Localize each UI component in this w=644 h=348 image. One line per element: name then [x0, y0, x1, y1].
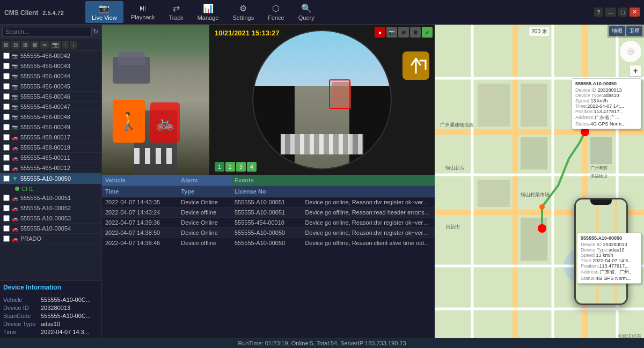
- sidebar-device-item[interactable]: 📷555555-456-00045: [0, 82, 101, 92]
- table-row[interactable]: 2022-04-07 14:39:36Device Online555555-4…: [102, 218, 435, 228]
- nav-playback[interactable]: ⏯ Playback: [125, 1, 162, 23]
- device-checkbox[interactable]: [3, 53, 10, 59]
- device-checkbox[interactable]: [3, 124, 10, 130]
- sidebar-device-item[interactable]: 🚗PRADO: [0, 234, 101, 244]
- video-page-1[interactable]: 1: [215, 162, 224, 172]
- nav-settings[interactable]: ⚙ Settings: [226, 1, 260, 23]
- device-name-label: 555555-456-00046: [20, 93, 70, 100]
- device-checkbox[interactable]: [3, 63, 10, 69]
- split-btn[interactable]: ⇔: [40, 41, 49, 49]
- event-desc: Device go offline, Reason:read header er…: [302, 208, 435, 218]
- sidebar-device-item[interactable]: 🚗555555-458-00017: [0, 132, 101, 143]
- table-row[interactable]: 2022-04-07 14:38:50Device Online555555-A…: [102, 228, 435, 238]
- device-checkbox[interactable]: [3, 165, 10, 171]
- nav-manage[interactable]: 📊 Manage: [191, 1, 225, 23]
- sidebar-device-item[interactable]: 📷555555-456-00042: [0, 51, 101, 61]
- sidebar-device-item[interactable]: 🚗555555-465-00011: [0, 153, 101, 163]
- close-button[interactable]: ✕: [630, 8, 640, 17]
- table-row[interactable]: 2022-04-07 14:38:46Device offline555555-…: [102, 238, 435, 248]
- sidebar-device-item[interactable]: 📷555555-456-00048: [0, 112, 101, 122]
- sidebar-device-item[interactable]: 📷555555-456-00047: [0, 102, 101, 112]
- satellite-view-btn[interactable]: 卫星: [626, 26, 642, 36]
- table-row[interactable]: 2022-04-07 14:43:35Device Online555555-A…: [102, 197, 435, 208]
- close-video-button[interactable]: ✓: [422, 27, 433, 38]
- sidebar-device-item[interactable]: 📷555555-456-00046: [0, 92, 101, 102]
- device-checkbox[interactable]: [3, 83, 10, 90]
- settings-ov-button[interactable]: ⚙: [410, 27, 421, 38]
- device-checkbox[interactable]: [3, 73, 10, 79]
- track-icon: ⇄: [173, 3, 180, 13]
- device-checkbox[interactable]: [3, 215, 10, 221]
- fisheye-camera-view: ● 📷 ⊞ ⚙ ✓: [209, 25, 435, 175]
- sidebar-device-item[interactable]: ▼555555-A10-00050: [0, 173, 101, 184]
- sidebar-device-item[interactable]: 🚗555555-A10-00051: [0, 193, 101, 203]
- sidebar-device-item[interactable]: 🚗555555-A10-00053: [0, 213, 101, 224]
- video-page-3[interactable]: 3: [236, 162, 246, 172]
- device-checkbox[interactable]: [3, 144, 10, 151]
- refresh-button[interactable]: ↻: [92, 27, 99, 36]
- video-page-2[interactable]: 2: [225, 162, 235, 172]
- device-icon: 🚗: [12, 216, 18, 221]
- nav-fence[interactable]: ⬡ Fence: [261, 1, 291, 23]
- device-checkbox[interactable]: [3, 225, 10, 232]
- video-page-4[interactable]: 4: [247, 162, 257, 172]
- sidebar-device-item[interactable]: 📷555555-456-00049: [0, 122, 101, 132]
- table-row[interactable]: 2022-04-07 14:43:24Device offline555555-…: [102, 208, 435, 218]
- vehicle-col-header: Vehicle: [102, 175, 178, 186]
- svg-text:日新街: 日新街: [445, 224, 460, 229]
- minimize-button[interactable]: —: [605, 8, 616, 17]
- sidebar-device-item[interactable]: 🚗555555-465-00012: [0, 163, 101, 173]
- device-checkbox[interactable]: [3, 93, 10, 100]
- search-input[interactable]: [2, 27, 92, 36]
- device-checkbox[interactable]: [3, 175, 10, 182]
- device-info-row: Device ID203280013: [3, 305, 98, 311]
- fence-icon: ⬡: [272, 3, 280, 13]
- sidebar-device-item[interactable]: 🚗555555-A10-00052: [0, 203, 101, 213]
- device-checkbox[interactable]: [3, 195, 10, 201]
- device-checkbox[interactable]: [3, 235, 10, 242]
- device-checkbox[interactable]: [3, 205, 10, 211]
- map-zoom-in-button[interactable]: +: [630, 65, 641, 77]
- device-checkbox[interactable]: [3, 114, 10, 120]
- sidebar-device-item[interactable]: 📷555555-456-00044: [0, 71, 101, 82]
- maximize-button[interactable]: □: [618, 8, 627, 17]
- svg-rect-18: [521, 218, 547, 261]
- svg-text:铜山新片: 铜山新片: [445, 165, 465, 171]
- device-icon: 🚗: [12, 236, 18, 242]
- video-timestamp: 10/21/2021 15:13:27: [215, 29, 280, 37]
- nav-query[interactable]: 🔍 Query: [292, 1, 321, 23]
- grid-all-btn[interactable]: ⊞: [2, 41, 10, 49]
- device-icon: 🚗: [12, 145, 18, 151]
- nav-track[interactable]: ⇄ Track: [163, 1, 190, 23]
- device-name-label: 555555-456-00044: [20, 73, 70, 79]
- sidebar-device-item[interactable]: 🚗555555-458-00018: [0, 143, 101, 153]
- video-overlay-buttons: ● 📷 ⊞ ⚙ ✓: [375, 27, 433, 38]
- device-checkbox[interactable]: [3, 103, 10, 110]
- map-navigation[interactable]: ⊕: [620, 41, 641, 62]
- fullscreen-button[interactable]: ⊞: [398, 27, 409, 38]
- event-desc: Device go online, Reason:dvr register ok…: [302, 228, 435, 238]
- layout-btn[interactable]: ⊠: [31, 41, 39, 49]
- device-checkbox[interactable]: [3, 154, 10, 161]
- device-checkbox[interactable]: [3, 134, 10, 140]
- sidebar-device-item[interactable]: 🚗555555-A10-00054: [0, 224, 101, 234]
- rec-button[interactable]: ●: [375, 27, 385, 38]
- manage-icon: 📊: [203, 3, 214, 13]
- map-view-btn[interactable]: 地图: [609, 26, 625, 36]
- map-toolbar: 地图 卫星: [608, 25, 644, 38]
- device-icon: 📷: [12, 114, 18, 120]
- tooltip2-row-addr: Address:广东省、广州...: [581, 269, 638, 276]
- grid-9-btn[interactable]: ⊞: [21, 41, 30, 49]
- screenshot-button[interactable]: 📷: [386, 27, 397, 38]
- channel-item[interactable]: CH1: [0, 184, 101, 193]
- device-icon: 📷: [12, 124, 18, 130]
- upload-btn[interactable]: ↑: [62, 41, 69, 49]
- download-btn[interactable]: ↓: [70, 41, 77, 49]
- nav-live-view[interactable]: 📷 Live View: [85, 1, 123, 23]
- grid-4-btn[interactable]: ⊟: [11, 41, 20, 49]
- device-name-label: 555555-A10-00050: [20, 175, 71, 182]
- camera-btn[interactable]: 📷: [50, 41, 61, 49]
- sidebar-device-item[interactable]: 📷555555-456-00043: [0, 61, 101, 71]
- event-type: Device offline: [178, 208, 231, 218]
- help-button[interactable]: ?: [594, 8, 603, 17]
